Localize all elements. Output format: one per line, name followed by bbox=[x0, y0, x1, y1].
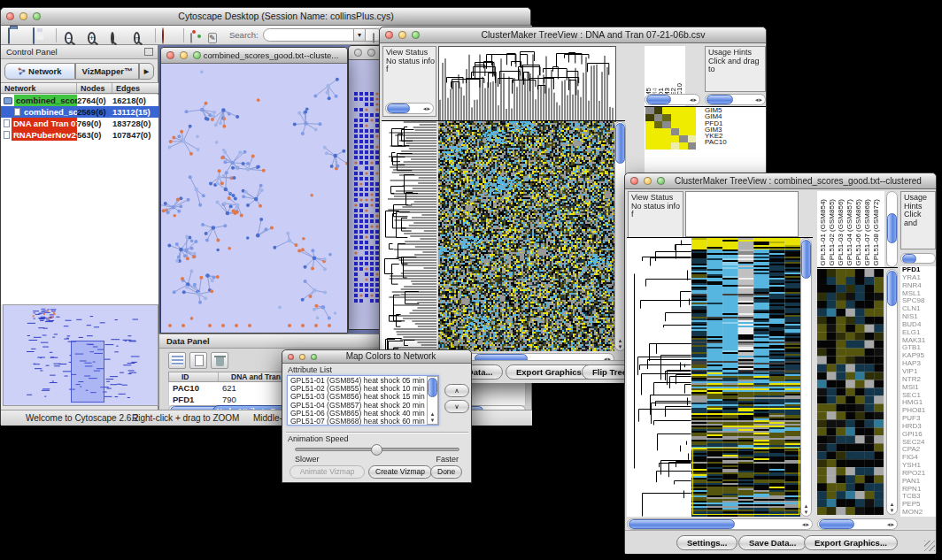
dialog-titlebar[interactable]: Map Colors to Network bbox=[282, 350, 471, 364]
close-icon[interactable] bbox=[354, 49, 362, 57]
done-button[interactable]: Done bbox=[430, 465, 462, 479]
trash-icon[interactable] bbox=[211, 352, 228, 369]
attribute-list-vscrollbar[interactable] bbox=[427, 376, 438, 425]
zoom-window-icon[interactable] bbox=[657, 177, 665, 185]
create-vizmap-button[interactable]: Create Vizmap bbox=[368, 465, 432, 479]
treeview2-main-hscrollbar[interactable] bbox=[627, 518, 813, 530]
treeview2-button[interactable]: Export Graphics... bbox=[804, 535, 898, 550]
summary-heatmap-cell[interactable] bbox=[671, 142, 680, 150]
treeview1-column-dendrogram[interactable] bbox=[438, 46, 616, 122]
summary-heatmap-cell[interactable] bbox=[662, 114, 671, 121]
treeview1-summary-heatmap[interactable] bbox=[645, 107, 696, 150]
animation-speed-slider[interactable] bbox=[295, 448, 459, 451]
search-dropdown-icon[interactable]: ▾ bbox=[353, 28, 366, 42]
network-table-header[interactable]: Network Nodes Edges bbox=[1, 82, 158, 94]
treeview2-zoom-heatmap[interactable] bbox=[817, 269, 884, 515]
slider-thumb[interactable] bbox=[371, 444, 382, 456]
summary-heatmap-cell[interactable] bbox=[645, 128, 654, 135]
attribute-list-item[interactable]: GPL51-07 (GSM868) heat shock 60 min bbox=[290, 418, 426, 426]
resize-grip[interactable] bbox=[924, 541, 935, 551]
table-grid-icon[interactable] bbox=[168, 352, 186, 369]
summary-heatmap-cell[interactable] bbox=[679, 135, 688, 142]
summary-heatmap-cell[interactable] bbox=[645, 142, 654, 150]
summary-heatmap-cell[interactable] bbox=[645, 107, 654, 114]
treeview2-column-dendrogram-area[interactable] bbox=[685, 191, 799, 237]
move-up-button[interactable]: ∧ bbox=[444, 384, 469, 397]
treeview2-zoom-vscrollbar[interactable] bbox=[886, 269, 898, 515]
summary-heatmap-cell[interactable] bbox=[688, 135, 697, 142]
summary-heatmap-cell[interactable] bbox=[671, 107, 680, 114]
summary-heatmap-cell[interactable] bbox=[671, 121, 680, 128]
treeview1-row-dendrogram[interactable] bbox=[382, 121, 436, 358]
zoom-in-icon[interactable]: + bbox=[88, 28, 104, 42]
summary-heatmap-cell[interactable] bbox=[662, 135, 671, 142]
network-window-titlebar[interactable]: combined_scores_good.txt--cluste... bbox=[161, 48, 347, 64]
animate-vizmap-button[interactable]: Animate Vizmap bbox=[290, 465, 365, 479]
minimize-icon[interactable] bbox=[180, 51, 188, 59]
treeview2-hints-hscrollbar[interactable] bbox=[900, 253, 936, 264]
summary-heatmap-cell[interactable] bbox=[679, 121, 688, 128]
tab-vizmapper[interactable]: VizMapper™ bbox=[75, 63, 139, 80]
summary-heatmap-cell[interactable] bbox=[688, 121, 697, 128]
treeview2-heatmap-vscrollbar[interactable] bbox=[800, 238, 812, 517]
treeview1-heatmap[interactable] bbox=[438, 121, 614, 351]
zoom-window-icon[interactable] bbox=[412, 31, 420, 39]
network-list-row[interactable]: DNA and Tran 07769(0)183728(0) bbox=[1, 118, 158, 129]
annotation-icon[interactable]: ✎ bbox=[208, 28, 224, 42]
summary-heatmap-cell[interactable] bbox=[688, 128, 697, 135]
float-panel-icon[interactable] bbox=[144, 48, 153, 56]
treeview2-zoom-hscrollbar[interactable] bbox=[817, 518, 898, 530]
move-down-button[interactable]: ∨ bbox=[444, 400, 469, 413]
gene-label[interactable]: PAC10 bbox=[705, 139, 766, 145]
treeview1-titlebar[interactable]: ClusterMaker TreeView : DNA and Tran 07-… bbox=[380, 27, 766, 43]
treeview2-titlebar[interactable]: ClusterMaker TreeView : combined_scores_… bbox=[625, 173, 936, 189]
network-overview-panel[interactable] bbox=[3, 304, 158, 406]
summary-heatmap-cell[interactable] bbox=[662, 142, 671, 150]
network-view-canvas[interactable] bbox=[161, 64, 347, 333]
summary-heatmap-cell[interactable] bbox=[654, 128, 663, 135]
minimize-icon[interactable] bbox=[398, 31, 406, 39]
summary-heatmap-cell[interactable] bbox=[645, 135, 654, 142]
treeview1-summary-hscrollbar[interactable] bbox=[645, 94, 700, 105]
minimize-icon[interactable] bbox=[644, 177, 652, 185]
vizmapper-icon[interactable] bbox=[190, 28, 206, 42]
gene-label[interactable]: MON2 bbox=[902, 509, 936, 517]
network-list-row[interactable]: combined_scores_2764(0)16218(0) bbox=[1, 95, 158, 106]
treeview2-button[interactable]: Settings... bbox=[676, 535, 737, 550]
help-lifering-icon[interactable] bbox=[162, 28, 178, 42]
summary-heatmap-cell[interactable] bbox=[688, 142, 697, 150]
close-icon[interactable] bbox=[166, 51, 174, 59]
zoom-window-icon[interactable] bbox=[311, 354, 317, 360]
minimize-icon[interactable] bbox=[299, 354, 305, 360]
summary-heatmap-cell[interactable] bbox=[654, 107, 663, 114]
tab-overflow-icon[interactable]: ▶ bbox=[139, 63, 154, 80]
zoom-window-icon[interactable] bbox=[193, 51, 201, 59]
summary-heatmap-cell[interactable] bbox=[654, 142, 663, 150]
network-view-window[interactable]: combined_scores_good.txt--cluste... bbox=[160, 47, 348, 334]
summary-heatmap-cell[interactable] bbox=[671, 128, 680, 135]
close-icon[interactable] bbox=[6, 12, 14, 20]
zoom-window-icon[interactable] bbox=[33, 12, 41, 20]
network-list-row[interactable]: RNAPuberNov2+I563(0)107847(0) bbox=[1, 129, 158, 141]
summary-heatmap-cell[interactable] bbox=[679, 142, 688, 150]
summary-heatmap-cell[interactable] bbox=[671, 114, 680, 121]
summary-heatmap-cell[interactable] bbox=[654, 135, 663, 142]
save-icon[interactable] bbox=[33, 28, 49, 42]
open-file-icon[interactable] bbox=[8, 28, 24, 42]
close-icon[interactable] bbox=[288, 354, 294, 360]
summary-heatmap-cell[interactable] bbox=[662, 107, 671, 114]
tab-network[interactable]: Network bbox=[4, 63, 75, 80]
summary-heatmap-cell[interactable] bbox=[662, 128, 671, 135]
summary-heatmap-cell[interactable] bbox=[645, 114, 654, 121]
summary-heatmap-cell[interactable] bbox=[688, 114, 697, 121]
close-icon[interactable] bbox=[385, 31, 393, 39]
network-list-row[interactable]: combined_sco2569(6)13112(15) bbox=[1, 106, 158, 118]
treeview2-heatmap[interactable] bbox=[691, 238, 800, 517]
treeview2-button[interactable]: Save Data... bbox=[738, 535, 807, 550]
summary-heatmap-cell[interactable] bbox=[679, 128, 688, 135]
summary-heatmap-cell[interactable] bbox=[654, 121, 663, 128]
main-titlebar[interactable]: Cytoscape Desktop (Session Name: collins… bbox=[1, 8, 530, 26]
summary-heatmap-cell[interactable] bbox=[645, 121, 654, 128]
zoom-selected-icon[interactable]: ▫ bbox=[134, 28, 150, 42]
summary-heatmap-cell[interactable] bbox=[654, 114, 663, 121]
